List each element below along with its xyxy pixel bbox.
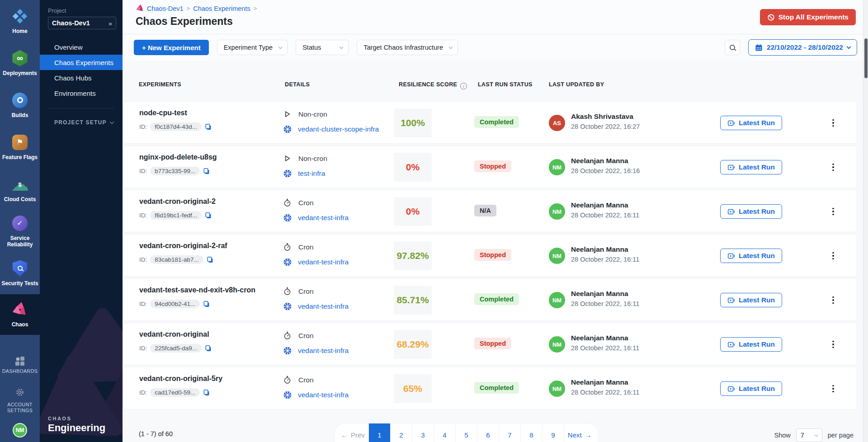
updated-by-name: Neelanjan Manna	[571, 157, 628, 165]
copy-icon[interactable]	[205, 345, 212, 352]
brand: CHAOS Engineering	[48, 416, 105, 434]
breadcrumb-link-experiments[interactable]: Chaos Experiments	[193, 5, 250, 12]
user-avatar[interactable]: NM	[13, 423, 27, 437]
infrastructure-link[interactable]: vedant-test-infra	[298, 258, 349, 266]
latest-run-button[interactable]: Latest Run	[720, 337, 782, 352]
page-number[interactable]: 6	[477, 423, 499, 442]
latest-run-button[interactable]: Latest Run	[720, 293, 782, 307]
latest-run-button[interactable]: Latest Run	[720, 160, 782, 174]
chevron-down-icon	[847, 44, 851, 49]
copy-icon[interactable]	[205, 212, 212, 219]
page-number[interactable]: 1	[368, 423, 390, 442]
expand-panel-icon[interactable]: »	[108, 19, 112, 27]
latest-run-button[interactable]: Latest Run	[720, 204, 782, 219]
nav-item-chaos-experiments[interactable]: Chaos Experiments	[40, 55, 123, 70]
next-page-button[interactable]: Next →	[564, 423, 595, 442]
row-menu-kebab-icon[interactable]	[828, 381, 838, 396]
row-menu-kebab-icon[interactable]	[828, 248, 838, 263]
sidebar-item-dashboards[interactable]: DASHBOARDS	[2, 350, 38, 381]
run-icon	[727, 296, 735, 304]
infrastructure-link[interactable]: vedant-test-infra	[298, 302, 349, 310]
sidebar-item-builds[interactable]: Builds	[0, 84, 40, 126]
experiment-name[interactable]: vedant-cron-original-5ry	[139, 375, 222, 383]
row-menu-kebab-icon[interactable]	[828, 115, 838, 131]
updated-by-name: Neelanjan Manna	[571, 290, 628, 298]
page-number[interactable]: 4	[434, 423, 455, 442]
date-range-picker[interactable]: 22/10/2022 - 28/10/2022	[748, 39, 857, 56]
kubernetes-icon	[283, 214, 292, 222]
pagination: (1 - 7) of 60 ← Prev 123456789 Next → Sh…	[123, 423, 857, 442]
prev-page-button[interactable]: ← Prev	[337, 423, 368, 442]
copy-icon[interactable]	[203, 389, 210, 396]
experiment-name[interactable]: node-cpu-test	[139, 109, 187, 117]
sidebar-item-cloud-costs[interactable]: ☁$ Cloud Costs	[0, 168, 40, 210]
row-menu-kebab-icon[interactable]	[828, 204, 838, 219]
experiment-name[interactable]: vedant-test-save-nd-exit-v8h-cron	[139, 286, 255, 294]
project-setup-toggle[interactable]: PROJECT SETUP	[40, 119, 123, 126]
sidebar-item-deployments[interactable]: ∞ Deployments	[0, 42, 40, 84]
kubernetes-icon	[283, 125, 292, 133]
copy-icon[interactable]	[205, 123, 212, 131]
experiment-name[interactable]: vedant-cron-original	[139, 330, 209, 339]
page-size-select[interactable]: 7	[796, 428, 822, 442]
infrastructure-link[interactable]: vedant-test-infra	[298, 347, 349, 355]
row-menu-kebab-icon[interactable]	[828, 292, 838, 308]
info-icon[interactable]: i	[460, 83, 467, 89]
stop-all-experiments-button[interactable]: Stop All Experiments	[760, 9, 856, 25]
nav-item-chaos-hubs[interactable]: Chaos Hubs	[40, 70, 123, 85]
sidebar-item-security-tests[interactable]: Security Tests	[0, 252, 40, 294]
vertical-scrollbar	[863, 0, 868, 442]
id-label: ID:	[139, 389, 147, 396]
stop-all-label: Stop All Experiments	[778, 13, 849, 21]
sidebar-item-home[interactable]: Home	[0, 0, 40, 42]
sidebar-item-service-reliability[interactable]: ✓ Service Reliability	[0, 210, 40, 252]
nav-item-overview[interactable]: Overview	[40, 39, 123, 55]
page-number[interactable]: 5	[455, 423, 477, 442]
project-selector[interactable]: Chaos-Dev1 »	[48, 17, 116, 29]
infrastructure-link[interactable]: vedant-test-infra	[298, 214, 349, 222]
experiment-name[interactable]: nginx-pod-delete-u8sg	[139, 153, 217, 161]
sidebar-item-chaos[interactable]: Chaos	[0, 294, 40, 335]
column-details: DETAILS	[285, 81, 310, 88]
resilience-score-box: 0%	[394, 197, 432, 226]
status-filter[interactable]: Status	[296, 40, 349, 55]
breadcrumb-link-project[interactable]: Chaos-Dev1	[147, 5, 184, 12]
page-number[interactable]: 2	[390, 423, 412, 442]
experiment-name[interactable]: vedant-cron-original-2-raf	[139, 242, 227, 250]
experiment-name[interactable]: vedant-cron-original-2	[139, 197, 216, 206]
row-menu-kebab-icon[interactable]	[828, 337, 838, 352]
updated-at-date: 28 October 2022, 16:16	[571, 167, 640, 174]
nav-item-environments[interactable]: Environments	[40, 85, 123, 101]
copy-icon[interactable]	[203, 301, 210, 308]
page-number[interactable]: 7	[499, 423, 520, 442]
id-label: ID:	[139, 345, 147, 352]
new-experiment-button[interactable]: + New Experiment	[134, 40, 209, 55]
page-number[interactable]: 3	[412, 423, 434, 442]
copy-icon[interactable]	[207, 256, 214, 263]
sidebar-item-feature-flags[interactable]: ⚑ Feature Flags	[0, 126, 40, 168]
scrollbar-thumb[interactable]	[864, 38, 868, 78]
row-menu-kebab-icon[interactable]	[828, 160, 838, 175]
target-infrastructure-filter[interactable]: Target Chaos Infrastructure	[357, 40, 458, 55]
infrastructure-link[interactable]: vedant-cluster-scope-infra	[298, 125, 379, 133]
page-number[interactable]: 9	[542, 423, 564, 442]
column-last-run-status: LAST RUN STATUS	[478, 81, 533, 88]
sidebar-item-label: Service Reliability	[1, 235, 38, 248]
infrastructure-link[interactable]: vedant-test-infra	[298, 391, 349, 399]
experiment-infra: test-infra	[283, 169, 325, 178]
chaos-icon	[11, 301, 28, 318]
search-button[interactable]	[725, 40, 740, 55]
experiment-type-filter[interactable]: Experiment Type	[217, 40, 288, 55]
avatar: NM	[549, 381, 565, 397]
infrastructure-link[interactable]: test-infra	[298, 169, 325, 178]
builds-icon	[11, 92, 28, 109]
latest-run-button[interactable]: Latest Run	[720, 381, 782, 396]
sidebar-item-account-settings[interactable]: ACCOUNT SETTINGS	[5, 381, 34, 420]
copy-icon[interactable]	[203, 168, 210, 175]
latest-run-button[interactable]: Latest Run	[720, 249, 782, 263]
latest-run-button[interactable]: Latest Run	[720, 116, 782, 130]
updated-at-date: 28 October 2022, 16:11	[571, 344, 639, 352]
resilience-score-value: 100%	[401, 118, 425, 128]
page-number[interactable]: 8	[520, 423, 542, 442]
experiment-infra: vedant-cluster-scope-infra	[283, 125, 379, 133]
